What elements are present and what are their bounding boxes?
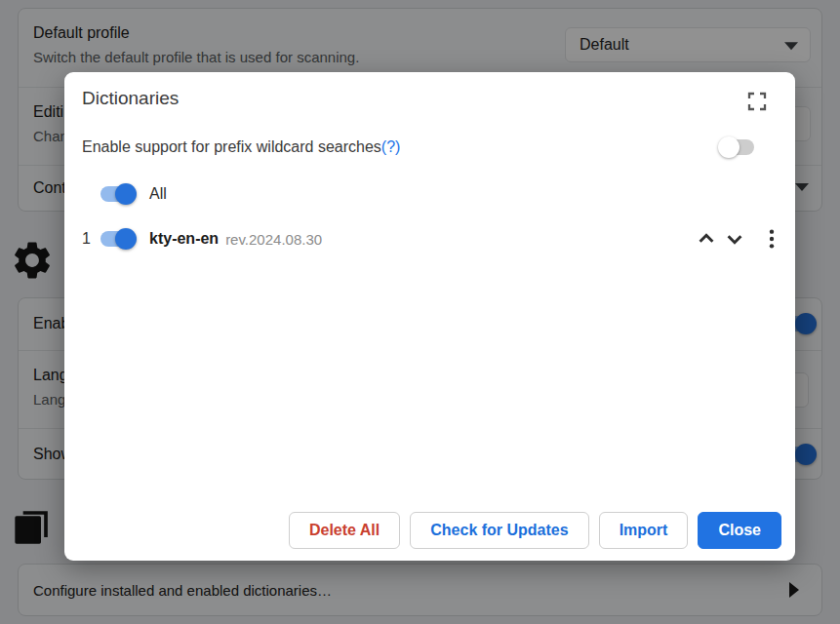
dictionaries-modal: Dictionaries Enable support for prefix w… [64,72,795,561]
wildcard-help-link[interactable]: (?) [381,138,401,156]
move-down-button[interactable] [723,227,746,251]
dictionary-toggle[interactable] [100,231,134,247]
dictionary-name: kty-en-en [149,230,219,248]
settings-page: Default profile Switch the default profi… [0,0,840,624]
chevron-up-icon [696,228,717,250]
modal-footer: Delete All Check for Updates Import Clos… [289,512,781,549]
dictionary-menu-button[interactable] [763,227,780,251]
kebab-menu-icon [769,228,775,250]
dictionary-index: 1 [82,230,94,248]
check-for-updates-button[interactable]: Check for Updates [410,512,588,549]
dictionary-revision: rev.2024.08.30 [225,231,322,248]
import-button[interactable]: Import [599,512,689,549]
chevron-down-icon [724,228,745,250]
wildcard-row: Enable support for prefix wildcard searc… [82,134,778,161]
all-label: All [149,185,167,203]
close-button[interactable]: Close [698,512,781,549]
expand-icon[interactable] [745,90,769,113]
delete-all-button[interactable]: Delete All [289,512,400,549]
wildcard-label: Enable support for prefix wildcard searc… [82,138,381,156]
modal-title: Dictionaries [82,88,179,109]
dictionary-row: 1 kty-en-en rev.2024.08.30 [82,225,778,253]
all-dictionaries-toggle[interactable] [100,186,134,202]
move-up-button[interactable] [695,227,718,251]
wildcard-toggle[interactable] [721,139,754,155]
all-dictionaries-row: All [82,180,778,208]
